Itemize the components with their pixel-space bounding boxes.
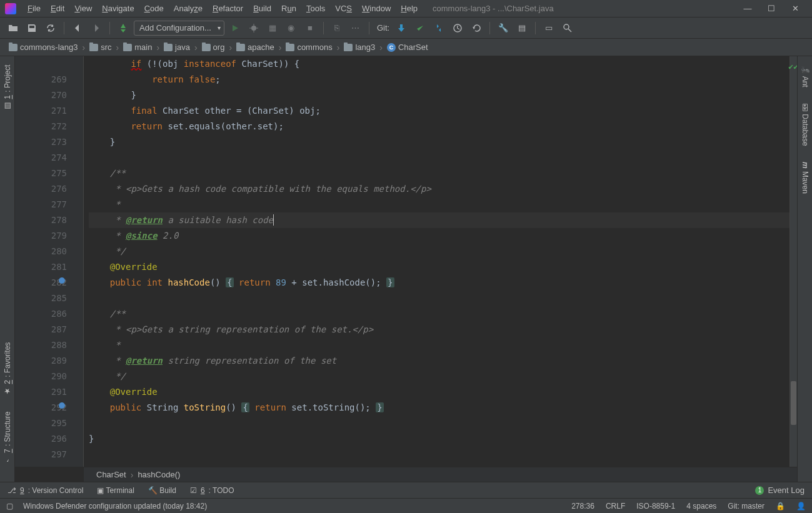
menu-build[interactable]: Build [248, 2, 276, 15]
line-number: 270 [15, 87, 67, 103]
line-number: 285 [15, 291, 67, 306]
sidebar-tab-structure[interactable]: ⎖ 7: Structure [2, 408, 13, 467]
breadcrumb-item[interactable]: lang3 [341, 41, 378, 53]
coverage-icon[interactable]: ▦ [264, 20, 281, 36]
breadcrumb-item[interactable]: src [87, 41, 114, 53]
folder-icon [164, 44, 173, 51]
line-number: 278 [15, 212, 67, 228]
run-configuration-dropdown[interactable]: Add Configuration... [134, 21, 224, 36]
status-cursor-position[interactable]: 278:36 [571, 502, 594, 511]
sidebar-tab-project[interactable]: ▤ 1: Project [2, 61, 13, 114]
breadcrumb-item[interactable]: commons-lang3 [6, 41, 81, 53]
tw-todo[interactable]: ☑ 6: TODO [190, 486, 234, 495]
menu-file[interactable]: File [23, 2, 46, 15]
breadcrumb-item[interactable]: commons [283, 41, 334, 53]
line-number: 290 [15, 369, 67, 384]
sidebar-tab-database[interactable]: 🗄 Database [799, 100, 811, 150]
tw-build[interactable]: 🔨 Build [148, 486, 176, 495]
menu-vcs[interactable]: VCS [330, 2, 357, 15]
code-breadcrumb: CharSet › hashCode() [84, 467, 797, 482]
override-marker-icon[interactable] [59, 402, 65, 409]
presentation-icon[interactable]: ▭ [541, 20, 557, 36]
line-number: 296 [15, 431, 67, 447]
status-git-branch[interactable]: Git: master [728, 502, 764, 511]
menu-tools[interactable]: Tools [301, 2, 330, 15]
svg-point-0 [251, 26, 256, 31]
minimize-icon[interactable]: ― [743, 4, 752, 13]
event-count-badge: 1 [755, 486, 764, 495]
event-log-button[interactable]: 1 Event Log [755, 486, 804, 495]
structure-icon[interactable]: ▤ [514, 20, 530, 36]
menu-window[interactable]: Window [357, 2, 396, 15]
chevron-right-icon: › [81, 42, 88, 52]
scrollbar-thumb[interactable] [791, 381, 796, 425]
svg-point-2 [564, 24, 569, 29]
tw-terminal[interactable]: ▣ Terminal [97, 486, 134, 495]
editor-scrollbar[interactable]: ✔✔ [789, 56, 797, 467]
problems-ok-icon[interactable]: ✔✔ [788, 59, 797, 74]
maximize-icon[interactable]: ☐ [767, 4, 776, 13]
settings-icon[interactable]: 🔧 [495, 20, 511, 36]
status-window-icon[interactable]: ▢ [6, 502, 13, 511]
editor-body[interactable]: 269 270 271 272 273 274 275 276 277 278 … [15, 56, 797, 467]
folder-icon [236, 44, 245, 51]
stop-icon[interactable]: ■ [302, 20, 318, 36]
inspector-icon[interactable]: 👤 [796, 502, 806, 511]
build-icon[interactable] [115, 20, 131, 36]
menu-help[interactable]: Help [396, 2, 423, 15]
search-everywhere-icon[interactable] [559, 20, 576, 36]
editor-area: 269 270 271 272 273 274 275 276 277 278 … [15, 56, 797, 482]
menu-view[interactable]: View [69, 2, 97, 15]
chevron-right-icon: › [154, 42, 161, 52]
git-history-icon[interactable] [449, 20, 466, 36]
sidebar-tab-ant[interactable]: 🐜 Ant [799, 61, 811, 91]
menu-navigate[interactable]: Navigate [97, 2, 139, 15]
sync-icon[interactable] [43, 20, 59, 36]
tw-version-control[interactable]: ⎇ 9: Version Control [8, 486, 83, 495]
git-revert-icon[interactable] [468, 20, 484, 36]
git-compare-icon[interactable] [431, 20, 447, 36]
status-encoding[interactable]: ISO-8859-1 [636, 502, 675, 511]
attach-icon[interactable]: ⎘ [329, 20, 345, 36]
line-number: 275 [15, 166, 67, 181]
folder-icon [9, 44, 18, 51]
git-update-icon[interactable] [393, 20, 409, 36]
back-icon[interactable] [69, 20, 86, 36]
run-icon[interactable] [227, 20, 243, 36]
editor-gutter[interactable]: 269 270 271 272 273 274 275 276 277 278 … [15, 56, 84, 467]
close-icon[interactable]: ✕ [791, 4, 799, 13]
line-number: 288 [15, 337, 67, 353]
title-path: commons-lang3 - ...\CharSet.java [433, 4, 554, 13]
profile-icon[interactable]: ◉ [283, 20, 299, 36]
line-number: 297 [15, 447, 67, 462]
menu-analyze[interactable]: Analyze [169, 2, 208, 15]
open-icon[interactable] [5, 20, 21, 36]
menu-code[interactable]: Code [139, 2, 169, 15]
breadcrumb-item[interactable]: org [199, 41, 228, 53]
code-crumb-method[interactable]: hashCode() [135, 469, 183, 481]
debug-icon[interactable] [246, 20, 262, 36]
breadcrumb-item[interactable]: CCharSet [384, 41, 431, 53]
git-commit-icon[interactable] [412, 20, 428, 36]
menu-run[interactable]: Run [276, 2, 301, 15]
lock-icon[interactable]: 🔒 [776, 502, 785, 511]
forward-icon[interactable] [88, 20, 104, 36]
menu-edit[interactable]: Edit [46, 2, 69, 15]
override-marker-icon[interactable] [59, 277, 65, 284]
git-label: Git: [377, 23, 389, 32]
status-line-separator[interactable]: CRLF [606, 502, 625, 511]
code-crumb-class[interactable]: CharSet [94, 469, 129, 481]
save-icon[interactable] [24, 20, 40, 36]
code-pane[interactable]: if (!(obj instanceof CharSet)) { return … [84, 56, 789, 467]
line-number: 271 [15, 103, 67, 119]
sidebar-tab-maven[interactable]: m Maven [799, 158, 811, 197]
menu-refactor[interactable]: Refactor [208, 2, 248, 15]
right-sidebar: 🐜 Ant 🗄 Database m Maven [797, 56, 812, 482]
breadcrumb-item[interactable]: apache [234, 41, 277, 53]
folder-icon [89, 44, 98, 51]
more-icon[interactable]: ⋯ [348, 20, 364, 36]
status-indent[interactable]: 4 spaces [686, 502, 716, 511]
breadcrumb-item[interactable]: main [121, 41, 154, 53]
sidebar-tab-favorites[interactable]: ★ 2: Favorites [2, 339, 13, 399]
breadcrumb-item[interactable]: java [161, 41, 193, 53]
